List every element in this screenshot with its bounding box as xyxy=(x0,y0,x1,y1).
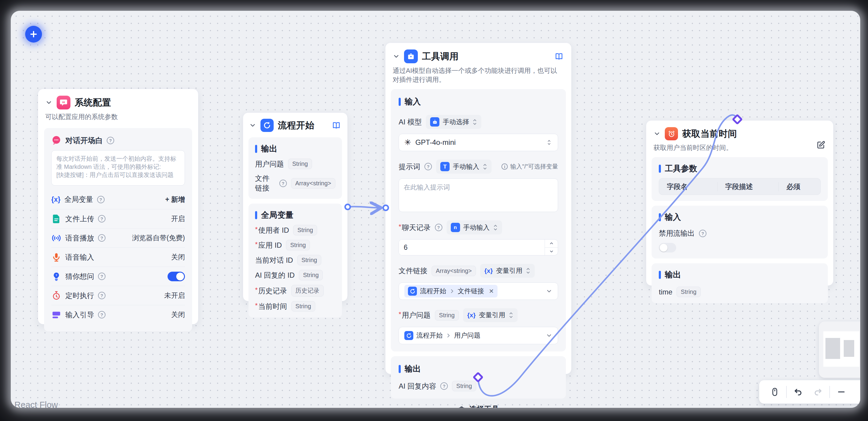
section-title: 输出 xyxy=(261,143,277,154)
hint-text: 输入"/"可选择变量 xyxy=(510,162,558,171)
help-icon[interactable] xyxy=(98,234,105,242)
minimap-node-rect xyxy=(826,338,840,359)
add-node-button[interactable] xyxy=(25,26,42,42)
select-updown-icon xyxy=(493,224,498,232)
zoom-out-button[interactable] xyxy=(833,384,850,400)
collapse-chevron-icon[interactable] xyxy=(249,122,256,129)
output-row: time String xyxy=(659,287,820,297)
toolbar-divider xyxy=(829,386,830,398)
user-question-select[interactable]: 流程开始 用户问题 xyxy=(399,327,558,344)
output-row: 用户问题 String xyxy=(255,159,335,169)
variable-ref: 流程开始 用户问题 xyxy=(404,331,480,340)
model-select[interactable]: ✳ GPT-4o-mini xyxy=(399,134,558,151)
react-flow-attribution: React Flow xyxy=(14,400,58,408)
robot-icon xyxy=(430,117,439,126)
config-row-voice-input[interactable]: 语音输入 关闭 xyxy=(51,247,185,267)
field-label: 聊天记录 xyxy=(399,223,431,232)
collapse-chevron-icon[interactable] xyxy=(393,53,400,60)
svg-text:?: ? xyxy=(56,273,57,277)
help-icon[interactable] xyxy=(699,230,707,237)
help-icon[interactable] xyxy=(279,180,287,187)
target-handle-tool-call[interactable] xyxy=(382,205,389,211)
config-row-guess-ask[interactable]: ? 猜你想问 xyxy=(51,267,185,286)
node-title: 流程开始 xyxy=(278,119,328,132)
row-value: 关闭 xyxy=(171,310,185,319)
help-icon[interactable] xyxy=(107,137,114,144)
info-icon xyxy=(501,163,508,170)
pan-mode-button[interactable] xyxy=(766,384,783,400)
help-icon[interactable] xyxy=(98,292,105,299)
sound-wave-icon xyxy=(51,233,61,243)
help-icon[interactable] xyxy=(97,196,104,203)
type-badge: Array<string> xyxy=(432,266,476,276)
section-bar xyxy=(659,213,661,221)
field-label: 应用 ID xyxy=(255,240,282,250)
help-icon[interactable] xyxy=(435,224,442,231)
col-required: 必须 xyxy=(778,182,820,191)
section-title: 输出 xyxy=(405,363,421,374)
edge-start-to-tool xyxy=(348,207,380,208)
field-label: 提示词 xyxy=(399,162,420,172)
input-guide-icon xyxy=(51,310,61,320)
col-field-name: 字段名 xyxy=(659,182,717,191)
col-field-desc: 字段描述 xyxy=(717,182,778,191)
node-flow-start[interactable]: 流程开始 输出 用户问题 String 文件链接 Array<string> 全… xyxy=(243,113,348,301)
minimap[interactable] xyxy=(819,322,860,378)
prompt-mode-chip[interactable]: T 手动输入 xyxy=(436,159,492,174)
question-mode-chip[interactable]: {x} 变量引用 xyxy=(463,308,518,322)
history-count-input[interactable] xyxy=(399,240,545,255)
history-mode-chip[interactable]: n 手动输入 xyxy=(446,220,502,235)
help-icon[interactable] xyxy=(98,311,105,319)
help-icon[interactable] xyxy=(98,273,105,280)
type-badge: String xyxy=(677,287,701,297)
stepper-up-button[interactable] xyxy=(545,240,558,247)
config-row-global-vars[interactable]: {x} 全局变量 + 新增 xyxy=(51,190,185,209)
redo-button[interactable] xyxy=(810,384,826,400)
svg-text:HI: HI xyxy=(62,101,65,104)
type-badge: String xyxy=(291,301,315,311)
row-value: 浏览器自带(免费) xyxy=(132,233,185,243)
stepper-down-button[interactable] xyxy=(545,247,558,255)
lightbulb-icon: ? xyxy=(51,271,61,281)
number-stepper xyxy=(545,240,558,255)
model-mode-chip[interactable]: 手动选择 xyxy=(426,115,482,129)
config-row-voice-play[interactable]: 语音播放 浏览器自带(免费) xyxy=(51,228,185,247)
docs-book-icon[interactable] xyxy=(555,52,563,61)
docs-book-icon[interactable] xyxy=(332,121,341,130)
chevron-down-icon xyxy=(546,332,552,339)
ref-field-label: 用户问题 xyxy=(454,331,480,340)
node-system-config[interactable]: HI 系统配置 可以配置应用的系统参数 对话开场白 {x} 全局变量 + 新增 xyxy=(38,89,198,325)
prompt-row: 提示词 T 手动输入 输入"/"可选择变量 xyxy=(399,159,558,174)
opening-remark-textarea[interactable] xyxy=(51,150,185,186)
collapse-chevron-icon[interactable] xyxy=(45,99,53,106)
flow-canvas[interactable]: HI 系统配置 可以配置应用的系统参数 对话开场白 {x} 全局变量 + 新增 xyxy=(11,11,860,408)
section-bar xyxy=(659,164,661,173)
source-handle-flow-start[interactable] xyxy=(344,204,351,210)
help-icon[interactable] xyxy=(440,382,448,390)
section-bar xyxy=(399,98,401,106)
collapse-chevron-icon[interactable] xyxy=(653,130,660,137)
chat-history-row: 聊天记录 n 手动输入 xyxy=(399,220,558,235)
tool-call-node-icon xyxy=(404,50,418,63)
disable-stream-toggle[interactable] xyxy=(659,243,676,252)
select-tool-button[interactable]: 选择工具 xyxy=(385,404,571,408)
type-badge: String xyxy=(452,381,476,391)
edit-icon[interactable] xyxy=(816,140,826,149)
node-get-current-time[interactable]: 获取当前时间 获取用户当前时区的时间。 工具参数 字段名 字段描述 必须 输入 … xyxy=(646,120,834,286)
node-subtitle: 可以配置应用的系统参数 xyxy=(38,111,198,121)
config-row-file-upload[interactable]: 文件上传 开启 xyxy=(51,209,185,228)
add-global-var-button[interactable]: + 新增 xyxy=(165,195,185,204)
history-count-input-wrap xyxy=(399,239,558,255)
file-link-select[interactable]: 流程开始 文件链接 ✕ xyxy=(399,282,558,300)
undo-button[interactable] xyxy=(790,384,807,400)
help-icon[interactable] xyxy=(425,163,432,170)
file-mode-chip[interactable]: {x} 变量引用 xyxy=(480,264,535,278)
prompt-textarea[interactable] xyxy=(399,178,558,212)
config-row-scheduled-run[interactable]: 定时执行 未开启 xyxy=(51,286,185,305)
node-tool-call[interactable]: 工具调用 通过AI模型自动选择一个或多个功能块进行调用，也可以对插件进行调用。 … xyxy=(385,42,571,374)
guess-ask-toggle[interactable] xyxy=(167,272,185,281)
remove-ref-icon[interactable]: ✕ xyxy=(489,288,494,295)
help-icon[interactable] xyxy=(98,215,105,222)
section-bar xyxy=(255,145,257,153)
config-row-input-guide[interactable]: 输入引导 关闭 xyxy=(51,305,185,324)
